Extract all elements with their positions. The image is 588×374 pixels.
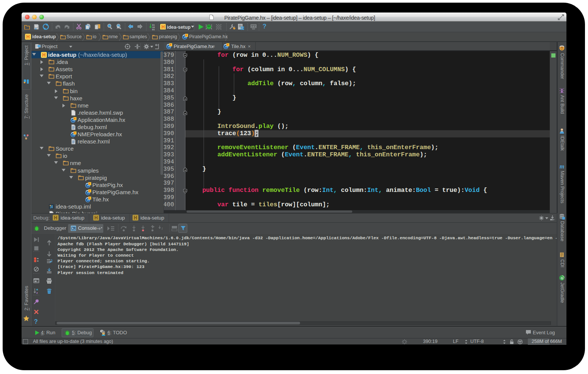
- svg-text:01: 01: [152, 28, 155, 30]
- svg-text:G: G: [561, 276, 563, 280]
- svg-text:I: I: [161, 227, 163, 231]
- svg-text:z: z: [36, 291, 38, 294]
- svg-text:m: m: [560, 163, 564, 169]
- svg-text:?: ?: [34, 318, 38, 324]
